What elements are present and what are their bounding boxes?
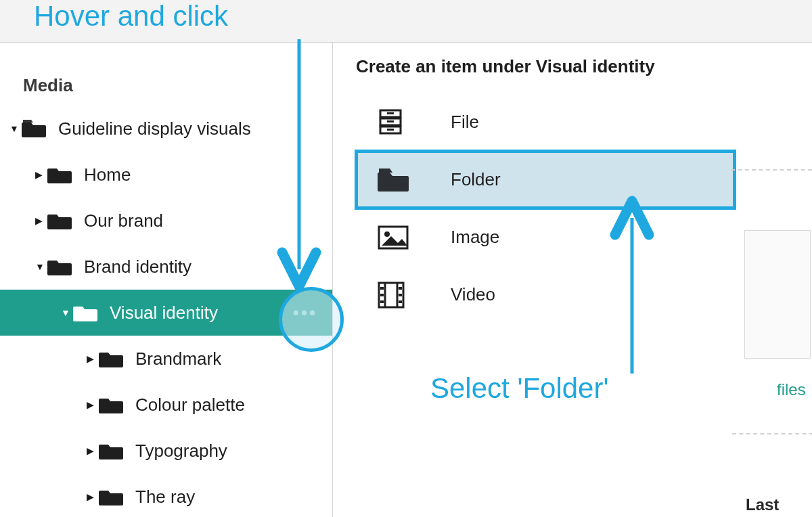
create-option-label: Folder — [451, 169, 501, 190]
tree-item-label: Brandmark — [135, 349, 325, 369]
video-icon — [378, 282, 414, 309]
create-option-file[interactable]: File — [356, 93, 735, 151]
media-tree-panel: Media ▼ Guideline display visuals ▶ Home… — [0, 43, 333, 517]
svg-rect-13 — [380, 300, 384, 303]
folder-icon — [99, 442, 123, 459]
folder-icon — [47, 212, 72, 229]
tree-item-label: Our brand — [84, 210, 325, 231]
last-edited-label: Last edit — [746, 495, 812, 517]
caret-down-icon: ▼ — [35, 261, 47, 272]
create-option-video[interactable]: Video — [356, 266, 735, 323]
media-tree: ▼ Guideline display visuals ▶ Home ▶ Our… — [0, 106, 332, 517]
folder-icon — [22, 120, 46, 137]
image-icon — [378, 224, 414, 251]
folder-icon — [73, 304, 97, 321]
caret-right-icon: ▶ — [87, 399, 99, 410]
tree-item-the-ray[interactable]: ▶ The ray — [0, 474, 332, 517]
svg-point-7 — [384, 231, 390, 237]
caret-right-icon: ▶ — [87, 353, 99, 364]
svg-rect-15 — [399, 294, 402, 296]
folder-icon — [99, 396, 123, 413]
svg-rect-4 — [387, 120, 394, 122]
tree-item-brand-identity[interactable]: ▼ Brand identity — [0, 244, 332, 290]
tree-item-our-brand[interactable]: ▶ Our brand — [0, 198, 332, 244]
caret-right-icon: ▶ — [87, 491, 99, 502]
media-heading: Media — [0, 43, 332, 106]
folder-icon — [99, 488, 123, 505]
file-cabinet-icon — [378, 109, 414, 136]
tree-item-label: Guideline display visuals — [58, 118, 325, 139]
tree-item-colour-palette[interactable]: ▶ Colour palette — [0, 382, 332, 428]
tree-item-label: Brand identity — [84, 256, 325, 277]
svg-rect-14 — [399, 287, 402, 290]
caret-down-icon: ▼ — [61, 307, 73, 318]
background-divider — [732, 433, 812, 434]
folder-icon — [99, 350, 123, 367]
folder-icon — [378, 166, 414, 194]
caret-right-icon: ▶ — [87, 445, 99, 456]
caret-right-icon: ▶ — [35, 215, 47, 226]
tree-item-visual-identity[interactable]: ▼ Visual identity ••• — [0, 290, 332, 336]
create-option-label: Image — [451, 227, 499, 248]
tree-item-guideline-display-visuals[interactable]: ▼ Guideline display visuals — [0, 106, 332, 152]
create-panel-title: Create an item under Visual identity — [356, 56, 735, 77]
caret-down-icon: ▼ — [9, 123, 22, 134]
create-option-folder[interactable]: Folder — [356, 151, 735, 208]
create-option-label: File — [451, 112, 479, 133]
folder-icon — [47, 258, 72, 275]
tree-item-home[interactable]: ▶ Home — [0, 152, 332, 198]
svg-rect-16 — [399, 300, 402, 303]
files-link[interactable]: files — [777, 380, 806, 399]
svg-rect-11 — [380, 287, 384, 290]
tree-item-typography[interactable]: ▶ Typography — [0, 428, 332, 474]
tree-item-brandmark[interactable]: ▶ Brandmark — [0, 336, 332, 382]
create-option-label: Video — [451, 284, 495, 305]
background-input-placeholder — [744, 230, 811, 359]
tree-item-label: Home — [84, 164, 325, 185]
create-option-image[interactable]: Image — [356, 208, 735, 266]
tree-item-label: The ray — [135, 487, 325, 508]
tree-item-label: Visual identity — [110, 302, 285, 323]
svg-rect-3 — [387, 112, 394, 114]
create-panel: Create an item under Visual identity Fil… — [341, 43, 812, 517]
tree-item-label: Colour palette — [135, 395, 325, 415]
folder-icon — [47, 166, 72, 183]
more-actions-button[interactable]: ••• — [285, 302, 325, 323]
svg-rect-5 — [387, 129, 394, 131]
svg-rect-12 — [380, 294, 384, 296]
caret-right-icon: ▶ — [35, 169, 47, 180]
tree-item-label: Typography — [135, 441, 325, 462]
top-toolbar — [0, 0, 812, 43]
background-divider — [731, 169, 812, 171]
